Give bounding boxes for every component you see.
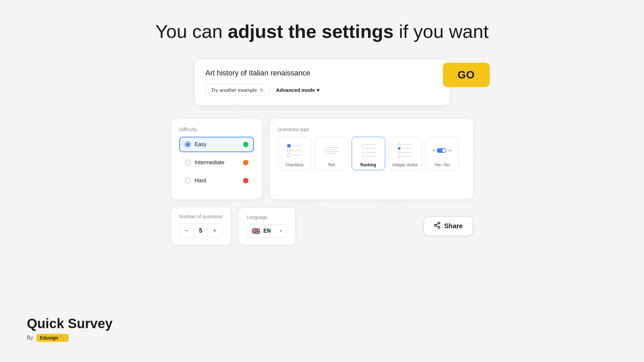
- difficulty-label: Difficulty: [179, 127, 254, 132]
- edusign-label: Edusign ✏️: [40, 335, 65, 341]
- difficulty-easy-dot: [243, 142, 248, 147]
- qtype-ranking[interactable]: 1 2 3 4: [352, 137, 385, 170]
- chevron-down-icon: ▾: [317, 87, 319, 93]
- language-code: EN: [264, 228, 271, 234]
- qtype-checkbox-label: Checkbox: [286, 163, 303, 167]
- by-row: By Edusign ✏️: [27, 334, 113, 342]
- questions-type-panel: Questions type: [270, 119, 473, 199]
- page-title: You can adjust the settings if you want: [156, 20, 489, 43]
- search-wrapper: Art history of Italian renaissance Try a…: [195, 59, 450, 105]
- settings-area: Difficulty Easy Intermediate Hard: [171, 119, 473, 199]
- language-panel: Language 🇬🇧 EN ▾: [239, 208, 295, 245]
- difficulty-hard-dot: [243, 178, 248, 183]
- title-bold: adjust the settings: [228, 21, 394, 42]
- cb-box-1: [287, 144, 291, 147]
- qtype-yes-no-label: Yes / No: [434, 163, 450, 167]
- difficulty-intermediate-label: Intermediate: [195, 160, 239, 166]
- difficulty-intermediate-dot: [243, 160, 248, 165]
- difficulty-panel: Difficulty Easy Intermediate Hard: [171, 119, 262, 199]
- language-selector[interactable]: 🇬🇧 EN ▾: [247, 224, 287, 238]
- qtype-text-label: Text: [328, 163, 335, 167]
- qtype-checkbox[interactable]: Checkbox: [278, 137, 311, 170]
- cb-box-2: [287, 149, 291, 152]
- plus-icon: +: [213, 227, 217, 235]
- language-flag: 🇬🇧: [252, 227, 260, 235]
- title-suffix: if you want: [394, 21, 488, 42]
- radio-hard: [185, 178, 191, 184]
- ranking-icon: 1 2 3 4: [358, 141, 379, 160]
- qtype-ranking-label: Ranking: [360, 163, 376, 167]
- unique-choice-icon: [395, 141, 416, 160]
- footer: Quick Survey By Edusign ✏️: [27, 316, 113, 342]
- stepper-plus-button[interactable]: +: [208, 224, 222, 238]
- svg-line-9: [436, 224, 438, 225]
- questions-type-label: Questions type: [278, 127, 465, 132]
- refresh-icon: ↻: [260, 87, 264, 93]
- num-questions-panel: Number of questions − 5 +: [171, 207, 231, 245]
- share-icon: [433, 222, 441, 231]
- search-container: Art history of Italian renaissance Try a…: [195, 59, 450, 105]
- language-label: Language: [247, 215, 287, 220]
- app-name: Quick Survey: [27, 316, 113, 331]
- advanced-mode-label: Advanced mode: [276, 87, 315, 93]
- checkbox-icon: [284, 141, 305, 160]
- title-prefix: You can: [156, 21, 228, 42]
- try-another-button[interactable]: Try another example ↻: [206, 84, 270, 96]
- minus-icon: −: [185, 227, 189, 235]
- advanced-mode-button[interactable]: Advanced mode ▾: [276, 87, 320, 93]
- share-button[interactable]: Share: [423, 216, 473, 236]
- qtype-unique-choice[interactable]: Unique choice: [389, 137, 422, 170]
- text-icon: [321, 141, 342, 160]
- by-text: By: [27, 335, 33, 341]
- qtype-text[interactable]: Text: [315, 137, 348, 170]
- go-button[interactable]: GO: [443, 63, 490, 87]
- share-label: Share: [444, 222, 463, 230]
- question-types-row: Checkbox Text: [278, 137, 465, 170]
- difficulty-option-intermediate[interactable]: Intermediate: [179, 155, 254, 170]
- difficulty-hard-label: Hard: [195, 178, 239, 184]
- qtype-yes-no[interactable]: No Yes Yes / No: [425, 137, 459, 170]
- bottom-row: Number of questions − 5 + Language 🇬🇧 EN…: [171, 207, 473, 245]
- cb-box-3: [287, 154, 291, 157]
- go-label: GO: [458, 69, 475, 81]
- num-questions-label: Number of questions: [179, 214, 223, 219]
- radio-easy: [185, 141, 191, 147]
- radio-intermediate: [185, 160, 191, 166]
- radio-inner-easy: [186, 143, 189, 146]
- search-input-text[interactable]: Art history of Italian renaissance: [206, 69, 310, 77]
- search-row: Art history of Italian renaissance: [206, 69, 439, 77]
- qtype-unique-choice-label: Unique choice: [392, 163, 418, 167]
- yes-no-icon: No Yes: [431, 141, 453, 160]
- stepper-value: 5: [194, 224, 208, 238]
- stepper-minus-button[interactable]: −: [180, 224, 194, 238]
- chevron-down-icon: ▾: [280, 229, 282, 233]
- stepper: − 5 +: [179, 223, 223, 238]
- actions-row: Try another example ↻ Advanced mode ▾: [206, 84, 439, 96]
- svg-line-8: [436, 226, 438, 227]
- difficulty-option-hard[interactable]: Hard: [179, 173, 254, 188]
- difficulty-easy-label: Easy: [195, 141, 239, 147]
- page-content: You can adjust the settings if you want …: [0, 0, 644, 245]
- difficulty-option-easy[interactable]: Easy: [179, 137, 254, 152]
- try-another-label: Try another example: [211, 87, 257, 93]
- edusign-badge[interactable]: Edusign ✏️: [37, 334, 69, 342]
